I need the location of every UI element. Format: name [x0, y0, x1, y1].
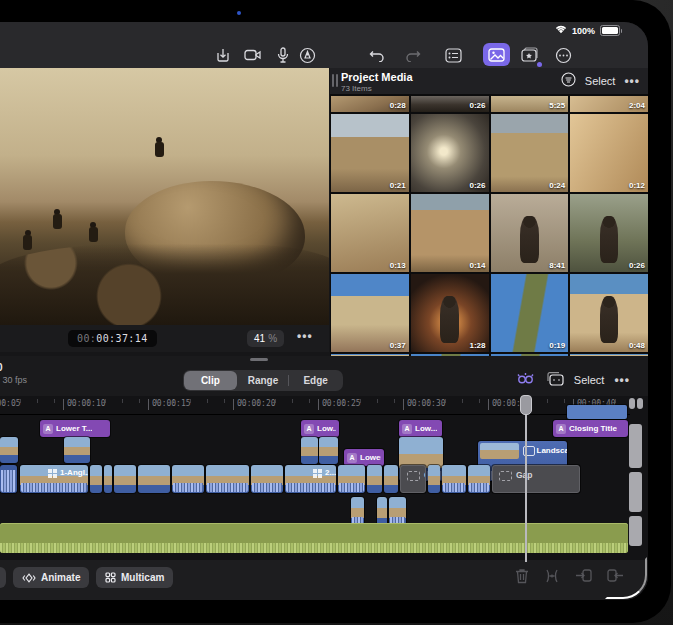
- audio-waveform: [1, 470, 16, 492]
- undo-icon[interactable]: [366, 44, 388, 66]
- media-thumbnail[interactable]: 5:25: [491, 96, 569, 112]
- playhead-handle[interactable]: [520, 395, 532, 415]
- browser-list-icon[interactable]: [442, 44, 464, 66]
- person-figure: [23, 230, 32, 250]
- video-clip[interactable]: [384, 465, 398, 493]
- video-clip[interactable]: [90, 465, 102, 493]
- video-clip[interactable]: [301, 437, 318, 464]
- video-clip[interactable]: [428, 465, 440, 493]
- viewer-video-frame[interactable]: [0, 68, 329, 325]
- media-thumbnail[interactable]: 0:14: [411, 194, 489, 272]
- timeline-more-icon[interactable]: •••: [614, 373, 630, 387]
- video-clip[interactable]: [114, 465, 136, 493]
- media-thumbnail[interactable]: 0:26: [570, 194, 648, 272]
- gap-clip[interactable]: G...: [400, 465, 426, 493]
- camera-icon[interactable]: [242, 44, 264, 66]
- title-clip[interactable]: ALower T...: [40, 420, 110, 437]
- scrollbar-segment[interactable]: [629, 516, 642, 546]
- timeline-select-button[interactable]: Select: [574, 374, 605, 386]
- mic-icon[interactable]: [272, 44, 294, 66]
- media-library-icon[interactable]: [483, 43, 510, 66]
- title-badge: A: [556, 424, 566, 434]
- audio-clip[interactable]: [0, 465, 17, 493]
- mode-range[interactable]: Range: [237, 371, 290, 390]
- scrollbar-segment[interactable]: [629, 424, 642, 468]
- media-thumbnail[interactable]: 0:21: [331, 114, 409, 192]
- effects-browser-icon[interactable]: [519, 44, 541, 66]
- viewer-more-icon[interactable]: •••: [297, 329, 313, 343]
- gap-clip[interactable]: Gap: [492, 465, 580, 493]
- title-clip[interactable]: ALow...: [301, 420, 339, 437]
- multicam-clip[interactable]: 2...: [285, 465, 336, 493]
- audio-waveform: [286, 483, 335, 492]
- video-clip[interactable]: [0, 437, 18, 463]
- ruler-label: 00:00:15: [152, 399, 191, 408]
- scrollbar-segment[interactable]: [629, 398, 635, 409]
- media-thumbnail[interactable]: 0:26: [411, 96, 489, 112]
- append-icon: [607, 568, 624, 588]
- edit-mode-segmented-control: ClipRangeEdge: [183, 370, 343, 391]
- media-thumbnail[interactable]: 0:12: [570, 114, 648, 192]
- video-clip[interactable]: [338, 465, 365, 493]
- playhead[interactable]: [525, 396, 527, 562]
- ipad-final-cut-pro: 100%: [0, 0, 673, 625]
- media-thumbnail[interactable]: 1:28: [411, 274, 489, 352]
- media-thumbnail[interactable]: 0:26: [411, 114, 489, 192]
- video-clip[interactable]: [251, 465, 283, 493]
- media-thumbnail[interactable]: 0:19: [491, 274, 569, 352]
- title-clip[interactable]: ALow...: [399, 420, 442, 437]
- scrollbar-segment[interactable]: [637, 398, 643, 409]
- video-clip[interactable]: [138, 465, 170, 493]
- video-clip[interactable]: [104, 465, 112, 493]
- select-button[interactable]: Select: [585, 75, 616, 87]
- enhance-icon[interactable]: [514, 371, 536, 388]
- video-clip[interactable]: [468, 465, 490, 493]
- zoom-level[interactable]: 41 %: [247, 330, 284, 347]
- video-clip[interactable]: [206, 465, 249, 493]
- title-clip[interactable]: AClosing Title: [553, 420, 628, 437]
- top-toolbar: 100%: [0, 22, 648, 68]
- ruler-label: 00:00:30: [407, 399, 446, 408]
- media-thumbnail[interactable]: 0:37: [331, 274, 409, 352]
- scrollbar-segment[interactable]: [629, 472, 642, 512]
- timeline-scrollbar[interactable]: [629, 356, 644, 576]
- more-icon[interactable]: [552, 44, 574, 66]
- panel-item-count: 73 Items: [341, 84, 372, 93]
- import-icon[interactable]: [212, 44, 234, 66]
- gap-icon: [407, 471, 420, 481]
- clip-duration: 5:25: [549, 101, 565, 110]
- cropped-button[interactable]: [0, 567, 6, 588]
- clip-duration: 0:12: [629, 181, 645, 190]
- video-clip[interactable]: [442, 465, 466, 493]
- multicam-grid-icon: [48, 469, 52, 473]
- timeline-drag-handle[interactable]: [250, 358, 268, 361]
- timecode-display[interactable]: 00:00:37:14: [68, 330, 157, 347]
- media-thumbnail[interactable]: 0:48: [570, 274, 648, 352]
- music-track[interactable]: [0, 523, 628, 553]
- animate-button[interactable]: Animate: [13, 567, 89, 588]
- video-clip[interactable]: [172, 465, 204, 493]
- multicam-button[interactable]: Multicam: [96, 567, 173, 588]
- mode-clip[interactable]: Clip: [184, 371, 237, 390]
- media-thumbnail[interactable]: 0:28: [331, 96, 409, 112]
- video-clip[interactable]: [64, 437, 90, 463]
- video-clip[interactable]: [319, 437, 338, 464]
- timeline-ruler[interactable]: 00:00:0500:00:1000:00:1500:00:2000:00:25…: [0, 396, 630, 415]
- media-thumbnail[interactable]: 8:41: [491, 194, 569, 272]
- media-more-icon[interactable]: •••: [624, 74, 640, 88]
- mode-edge[interactable]: Edge: [289, 371, 342, 390]
- video-clip[interactable]: [367, 465, 382, 493]
- draw-icon[interactable]: [296, 44, 318, 66]
- title-clip[interactable]: ALower...: [344, 449, 384, 466]
- clip-bar[interactable]: [567, 405, 627, 419]
- media-thumbnail[interactable]: 2:04: [570, 96, 648, 112]
- clip-duration: 8:41: [549, 261, 565, 270]
- multicam-clip[interactable]: 1-Angl...: [20, 465, 88, 493]
- filter-icon[interactable]: [561, 72, 576, 89]
- clip-appearance-icon[interactable]: [546, 371, 564, 388]
- clip-duration: 0:19: [549, 341, 565, 350]
- panel-resize-handle[interactable]: [332, 74, 338, 87]
- media-thumbnail[interactable]: 0:24: [491, 114, 569, 192]
- person-figure: [53, 209, 62, 229]
- media-thumbnail[interactable]: 0:13: [331, 194, 409, 272]
